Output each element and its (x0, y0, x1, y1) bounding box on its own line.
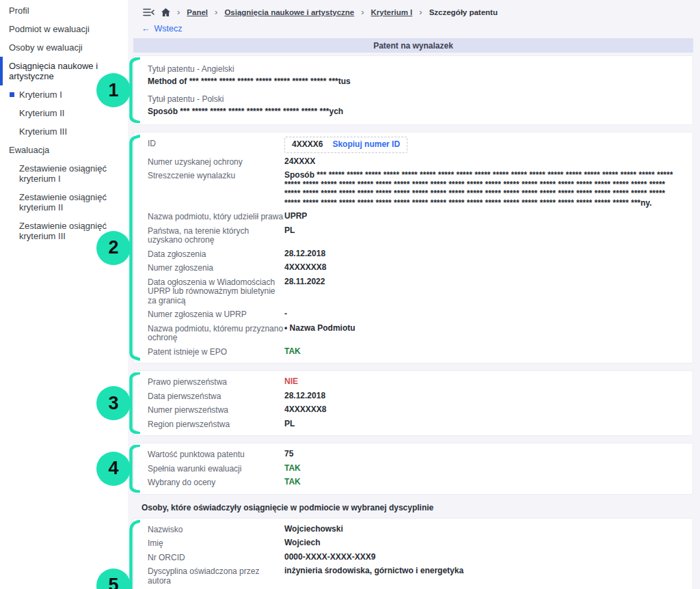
field-label: Wartość punktowa patentu (148, 450, 284, 460)
field-value: 28.12.2018 (284, 249, 679, 259)
callout-2: 2 (96, 231, 131, 265)
field-label: Nr ORCID (148, 553, 284, 563)
callout-brace-3 (129, 372, 140, 434)
callout-3: 3 (96, 386, 131, 420)
breadcrumb-current-page: Szczegóły patentu (429, 8, 498, 16)
field-label: Nazwa podmiotu, który udzielił prawa (148, 212, 284, 222)
field-value: - (284, 310, 679, 319)
callout-brace-1 (129, 57, 140, 123)
detail-row: Nr ORCID 0000-XXXX-XXXX-XXX9 (148, 551, 679, 565)
person-details-card: 5 Nazwisko Wojciechowski Imię Wojciech N… (133, 518, 693, 589)
field-value: PL (284, 420, 679, 429)
copy-id-button[interactable]: Skopiuj numer ID (332, 140, 400, 150)
field-label: Tytuł patentu - Angielski (148, 64, 679, 74)
callout-brace-5 (129, 520, 140, 589)
main-area: › Panel › Osiągnięcia naukowe i artystyc… (128, 0, 700, 589)
field-value: 75 (284, 450, 679, 459)
field-value: 24XXXX (284, 157, 679, 167)
detail-row: Streszczenie wynalazku Sposób *** ***** … (148, 169, 679, 210)
field-value: Nazwa Podmiotu (284, 324, 679, 333)
field-value-no: NIE (284, 377, 679, 387)
callout-brace-4 (129, 445, 140, 493)
breadcrumb-link-panel[interactable]: Panel (187, 8, 208, 16)
title-en-group: Tytuł patentu - Angielski Method of *** … (148, 60, 679, 90)
breadcrumb-separator: › (177, 8, 180, 16)
breadcrumb-link-osiagniecia[interactable]: Osiągnięcia naukowe i artystyczne (224, 8, 354, 16)
callout-brace-2 (129, 134, 140, 361)
patent-titles-card: 1 Tytuł patentu - Angielski Method of **… (133, 55, 693, 125)
detail-row: Spełnia warunki ewaluacji TAK (148, 462, 679, 476)
title-pl-group: Tytuł patentu - Polski Sposób *** ***** … (148, 90, 679, 120)
field-value: Wojciech (284, 538, 679, 548)
detail-row: Dyscyplina oświadczona przez autora inży… (148, 564, 679, 588)
field-value: Sposób *** ***** ***** ***** ***** *****… (284, 171, 679, 208)
back-label: Wstecz (154, 24, 183, 33)
field-label: Numer uzyskanej ochrony (148, 157, 284, 167)
back-link[interactable]: ← Wstecz (142, 23, 700, 34)
field-label: Dyscyplina oświadczona przez autora (148, 566, 284, 586)
id-box: 4XXXX6 Skopiuj numer ID (284, 137, 407, 153)
patent-evaluation-card: 4 Wartość punktowa patentu 75 Spełnia wa… (133, 443, 693, 495)
field-value: UPRP (284, 212, 679, 221)
field-label: Data ogłoszenia w Wiadomościach UPRP lub… (148, 277, 284, 306)
persons-section-header: Osoby, które oświadczyły osiągnięcie w p… (142, 503, 693, 512)
field-value-yes: TAK (284, 478, 679, 487)
detail-row: Prawo pierwszeństwa NIE (148, 375, 679, 389)
field-label: Data zgłoszenia (148, 249, 284, 260)
detail-row: Imię Wojciech (148, 536, 679, 551)
field-value: inżynieria środowiska, górnictwo i energ… (284, 566, 679, 576)
field-label: Imię (148, 538, 284, 549)
field-value: Wojciechowski (284, 525, 679, 534)
sidebar-item-zestawienie-kryterium-2[interactable]: Zestawienie osiągnięć kryterium II (0, 188, 128, 217)
detail-row: Data ogłoszenia w Wiadomościach UPRP lub… (148, 275, 679, 308)
field-label: Numer pierwszeństwa (148, 405, 284, 415)
field-value: 0000-XXXX-XXXX-XXX9 (284, 553, 679, 562)
app-window: Profil Podmiot w ewaluacji Osoby w ewalu… (0, 0, 700, 589)
patent-priority-card: 3 Prawo pierwszeństwa NIE Data pierwszeń… (133, 370, 693, 436)
field-label: Numer zgłoszenia (148, 263, 284, 273)
sidebar-item-ewaluacja[interactable]: Ewaluacja (0, 141, 128, 159)
detail-row: Region pierwszeństwa PL (148, 417, 679, 432)
sidebar-item-podmiot-w-ewaluacji[interactable]: Podmiot w ewaluacji (0, 20, 128, 38)
field-label: Streszczenie wynalazku (148, 171, 284, 181)
detail-row: Numer zgłoszenia w UPRP - (148, 307, 679, 322)
sidebar-item-profil[interactable]: Profil (0, 1, 128, 20)
field-value: PL (284, 226, 679, 236)
field-label: Państwa, na terenie których uzyskano och… (148, 226, 284, 245)
breadcrumb-separator: › (215, 8, 217, 16)
field-label: Nazwa podmiotu, któremu przyznano ochron… (148, 324, 284, 343)
field-label: Numer zgłoszenia w UPRP (148, 310, 284, 320)
detail-row: Nazwisko Wojciechowski (148, 523, 679, 537)
home-icon[interactable] (161, 8, 170, 16)
collapse-sidebar-icon[interactable] (143, 8, 154, 17)
sidebar-item-osoby-w-ewaluacji[interactable]: Osoby w ewaluacji (0, 38, 128, 57)
breadcrumb-separator: › (361, 8, 364, 16)
field-value: 4XXXXXX8 (284, 263, 679, 273)
detail-row: Wybrany do oceny TAK (148, 476, 679, 490)
detail-row: Nazwa podmiotu, który udzielił prawa UPR… (148, 210, 679, 224)
field-label: Prawo pierwszeństwa (148, 377, 284, 387)
detail-row: Numer pierwszeństwa 4XXXXXX8 (148, 403, 679, 417)
callout-1: 1 (96, 73, 131, 107)
field-value: Sposób *** ***** ***** ***** ***** *****… (148, 107, 679, 116)
field-label: Nazwisko (148, 525, 284, 535)
sidebar-item-kryterium-3[interactable]: Kryterium III (0, 122, 128, 141)
panel-title: Patent na wynalazek (133, 38, 693, 53)
callout-4: 4 (96, 452, 131, 486)
breadcrumb-link-kryterium-1[interactable]: Kryterium I (371, 8, 413, 16)
id-value: 4XXXX6 (292, 140, 323, 150)
breadcrumb-separator: › (419, 8, 422, 16)
field-label: Wybrany do oceny (148, 478, 284, 488)
field-value: 28.11.2022 (284, 277, 679, 287)
detail-row-id: ID 4XXXX6 Skopiuj numer ID (148, 137, 679, 155)
field-label: Tytuł patentu - Polski (148, 94, 679, 104)
patent-main-details-card: 2 ID 4XXXX6 Skopiuj numer ID Numer uzysk… (133, 132, 693, 364)
active-item-bullet-icon (10, 92, 14, 97)
field-value-yes: TAK (284, 464, 679, 474)
field-value: Method of *** ***** ***** ***** ***** **… (148, 77, 679, 86)
detail-row: Państwa, na terenie których uzyskano och… (148, 224, 679, 247)
sidebar-item-zestawienie-kryterium-1[interactable]: Zestawienie osiągnięć kryterium I (0, 159, 128, 188)
detail-row: Wartość punktowa patentu 75 (148, 448, 679, 462)
detail-row: Patent istnieje w EPO TAK (148, 345, 679, 359)
field-value: 4XXXX6 Skopiuj numer ID (284, 139, 679, 153)
